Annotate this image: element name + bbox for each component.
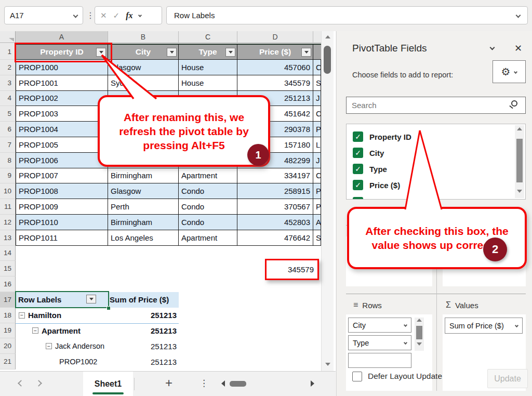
pivot-row-value[interactable]: 251213	[108, 308, 177, 323]
cell-A9[interactable]: PROP1007	[16, 168, 108, 184]
row-header-9[interactable]: 9	[0, 168, 16, 184]
collapse-icon[interactable]: −	[19, 312, 25, 319]
pivot-row-value[interactable]: 251213	[108, 338, 177, 354]
enter-icon[interactable]: ✓	[113, 11, 120, 20]
vertical-scrollbar[interactable]	[321, 31, 334, 371]
search-input[interactable]	[346, 97, 526, 114]
collapse-icon[interactable]: −	[32, 327, 38, 334]
field-item-property-id[interactable]: ✓Property ID	[347, 129, 502, 144]
cell-A11[interactable]: PROP1009	[16, 199, 108, 215]
worksheet-grid[interactable]: ABCD123456789101112131415161718192021Pro…	[0, 31, 336, 371]
scroll-down-icon[interactable]	[325, 363, 330, 366]
row-header-5[interactable]: 5	[0, 106, 16, 122]
formula-bar-expand-icon[interactable]	[516, 13, 521, 18]
cell-B9[interactable]: Birmingham	[108, 168, 179, 184]
fx-chevron-icon[interactable]	[138, 14, 142, 17]
col-header-partial[interactable]	[313, 31, 321, 43]
highlighted-value-cell[interactable]: 345579	[265, 259, 319, 280]
cell-E2[interactable]: C	[313, 60, 321, 75]
field-checkbox-partial[interactable]	[353, 197, 363, 200]
row-header-12[interactable]: 12	[0, 215, 16, 230]
row-header-16[interactable]: 16	[0, 276, 16, 292]
scroll-up-icon[interactable]	[325, 35, 330, 38]
pane-close-icon[interactable]: ✕	[514, 43, 522, 54]
cell-A12[interactable]: PROP1010	[16, 215, 108, 230]
cell-D12[interactable]: 452803	[237, 215, 313, 230]
hscroll-right-icon[interactable]	[311, 380, 314, 387]
cell-A5[interactable]: PROP1003	[16, 106, 108, 122]
name-box[interactable]: A17	[4, 6, 83, 24]
rows-field-city[interactable]: City	[348, 318, 411, 333]
row-header-13[interactable]: 13	[0, 230, 16, 246]
selection-fill-handle[interactable]	[107, 306, 111, 310]
table-header-type[interactable]: Type	[179, 44, 237, 60]
cancel-icon[interactable]: ✕	[100, 11, 107, 20]
defer-layout-checkbox[interactable]	[352, 372, 362, 381]
field-item-type[interactable]: ✓Type	[347, 161, 502, 177]
select-all-corner[interactable]	[0, 31, 16, 43]
cell-D11[interactable]: 370567	[237, 199, 313, 215]
cell-A10[interactable]: PROP1008	[16, 183, 108, 199]
row-header-10[interactable]: 10	[0, 183, 16, 199]
name-box-chevron-icon[interactable]	[73, 13, 78, 18]
row-header-3[interactable]: 3	[0, 75, 16, 91]
rows-scroll-down-icon[interactable]	[417, 342, 422, 346]
row-header-17[interactable]: 17	[0, 292, 16, 308]
cell-B10[interactable]: Glasgow	[108, 183, 179, 199]
field-checkbox-checked-icon[interactable]: ✓	[353, 131, 363, 142]
update-button[interactable]: Update	[487, 369, 528, 388]
row-header-18[interactable]: 18	[0, 308, 16, 323]
next-sheet-icon[interactable]	[35, 380, 42, 387]
cell-D2[interactable]: 457060	[237, 60, 313, 75]
cell-E12[interactable]: A	[313, 215, 321, 230]
insert-function-icon[interactable]: fx	[126, 11, 132, 20]
prev-sheet-icon[interactable]	[18, 380, 24, 387]
cell-E11[interactable]: P	[313, 199, 321, 215]
row-header-4[interactable]: 4	[0, 91, 16, 107]
horizontal-scrollbar-thumb[interactable]	[230, 381, 246, 387]
pivot-header-sum-of-price[interactable]: Sum of Price ($)	[108, 292, 179, 308]
cell-C12[interactable]: Condo	[179, 215, 237, 230]
list-scroll-up-icon[interactable]	[517, 127, 522, 130]
cell-E13[interactable]: S	[313, 230, 321, 246]
row-header-7[interactable]: 7	[0, 137, 16, 153]
cell-C13[interactable]: Apartment	[179, 230, 237, 246]
col-header-D[interactable]: D	[237, 31, 313, 43]
cell-C3[interactable]: House	[179, 75, 237, 91]
cell-D9[interactable]: 334197	[237, 168, 313, 184]
list-scroll-down-icon[interactable]	[517, 190, 522, 193]
row-header-6[interactable]: 6	[0, 122, 16, 137]
cell-E7[interactable]: L	[313, 137, 321, 153]
cell-B3[interactable]: Sydney	[108, 75, 179, 91]
vertical-scrollbar-thumb[interactable]	[324, 46, 331, 74]
cell-B2[interactable]: Glasgow	[108, 60, 179, 75]
cell-A8[interactable]: PROP1006	[16, 153, 108, 168]
row-header-8[interactable]: 8	[0, 153, 16, 168]
rows-scroll-up-icon[interactable]	[417, 319, 422, 322]
cell-B13[interactable]: Los Angeles	[108, 230, 179, 246]
namebox-resize-handle-icon[interactable]: ⋮	[86, 10, 95, 20]
cell-E5[interactable]: C	[313, 106, 321, 122]
cell-D10[interactable]: 258915	[237, 183, 313, 199]
cell-B12[interactable]: Birmingham	[108, 215, 179, 230]
col-header-A[interactable]: A	[16, 31, 108, 43]
cell-A4[interactable]: PROP1002	[16, 91, 108, 107]
pivot-row-value[interactable]: 251213	[108, 323, 177, 339]
field-checkbox-checked-icon[interactable]: ✓	[353, 148, 363, 158]
table-header-city[interactable]: City	[108, 44, 179, 60]
row-header-14[interactable]: 14	[0, 246, 16, 261]
cell-C9[interactable]: Apartment	[179, 168, 237, 184]
cell-E8[interactable]: J	[313, 153, 321, 168]
values-field[interactable]: Sum of Price ($)	[445, 318, 523, 334]
col-header-C[interactable]: C	[179, 31, 237, 43]
row-header-1[interactable]: 1	[0, 44, 16, 60]
cell-A7[interactable]: PROP1005	[16, 137, 108, 153]
rows-field-type[interactable]: Type	[348, 335, 411, 350]
cell-B11[interactable]: Perth	[108, 199, 179, 215]
cell-E3[interactable]: S	[313, 75, 321, 91]
row-header-21[interactable]: 21	[0, 354, 16, 369]
rows-scroll-thumb[interactable]	[416, 326, 422, 339]
sheet-options-icon[interactable]: ⋮	[200, 378, 208, 389]
list-scroll-thumb[interactable]	[516, 139, 523, 182]
col-header-B[interactable]: B	[108, 31, 179, 43]
